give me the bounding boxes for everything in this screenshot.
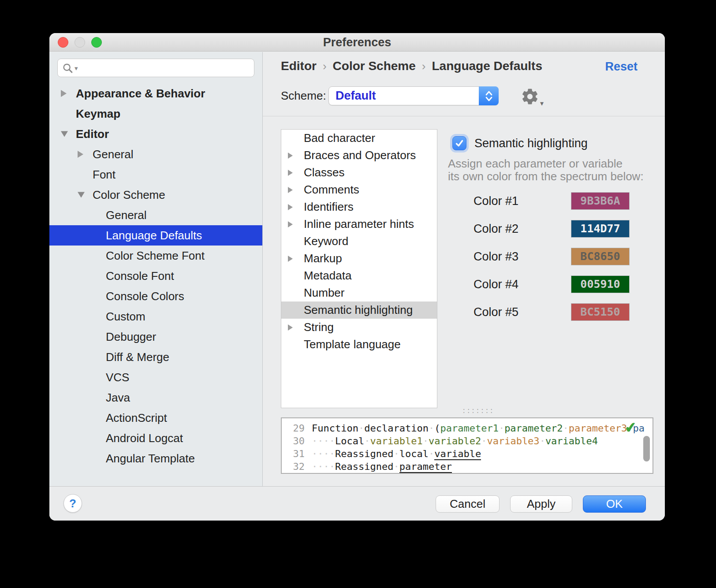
sidebar-item-language-defaults[interactable]: Language Defaults xyxy=(49,225,262,246)
option-item-number[interactable]: Number xyxy=(281,284,437,301)
ok-button[interactable]: OK xyxy=(583,495,646,513)
chevron-collapsed-icon[interactable] xyxy=(288,256,293,262)
scheme-label: Scheme: xyxy=(281,86,326,105)
chevron-collapsed-icon[interactable] xyxy=(288,324,293,331)
apply-button[interactable]: Apply xyxy=(510,495,572,513)
sidebar-item-label: Console Font xyxy=(106,269,174,283)
sidebar-item-debugger[interactable]: Debugger xyxy=(49,327,262,347)
scheme-value: Default xyxy=(336,87,376,105)
sidebar-item-label: Custom xyxy=(106,310,145,323)
chevron-collapsed-icon[interactable] xyxy=(61,90,67,97)
help-button[interactable]: ? xyxy=(63,494,82,513)
option-item-comments[interactable]: Comments xyxy=(281,181,437,198)
option-item-label: Braces and Operators xyxy=(304,149,416,162)
sidebar-item-label: Appearance & Behavior xyxy=(76,87,205,100)
dropdown-stepper-icon[interactable] xyxy=(479,86,499,105)
sidebar-item-color-scheme-font[interactable]: Color Scheme Font xyxy=(49,246,262,266)
sidebar-item-font[interactable]: Font xyxy=(49,164,262,185)
sidebar-item-label: Color Scheme Font xyxy=(106,249,205,262)
semantic-highlighting-checkbox[interactable] xyxy=(452,136,466,150)
option-item-template-language[interactable]: Template language xyxy=(281,336,437,353)
code-token: parameter1 xyxy=(440,423,498,434)
option-item-label: String xyxy=(304,320,334,334)
chevron-collapsed-icon[interactable] xyxy=(78,151,83,158)
color-label: Color #2 xyxy=(474,220,518,238)
minimize-button[interactable] xyxy=(75,37,85,48)
code-token: variable3 xyxy=(487,435,539,447)
code-token: · xyxy=(358,423,364,434)
sidebar-item-console-font[interactable]: Console Font xyxy=(49,266,262,286)
color-swatch[interactable]: BC5150 xyxy=(571,303,630,321)
sidebar-item-general[interactable]: General xyxy=(49,205,262,225)
code-token: variable xyxy=(434,448,481,460)
sidebar-item-general[interactable]: General xyxy=(49,144,262,164)
gear-caret-icon: ▾ xyxy=(540,99,544,108)
color-swatch[interactable]: 005910 xyxy=(571,275,630,293)
option-item-classes[interactable]: Classes xyxy=(281,164,437,181)
cancel-button[interactable]: Cancel xyxy=(436,495,500,513)
sidebar-item-editor[interactable]: Editor xyxy=(49,124,262,144)
gear-icon[interactable]: ▾ xyxy=(521,87,540,107)
sidebar-item-color-scheme[interactable]: Color Scheme xyxy=(49,185,262,205)
semantic-highlighting-label: Semantic highlighting xyxy=(474,137,588,150)
option-item-label: Keyword xyxy=(304,234,348,248)
option-item-braces-and-operators[interactable]: Braces and Operators xyxy=(281,147,437,164)
option-item-label: Comments xyxy=(304,183,359,196)
sidebar-item-diff-merge[interactable]: Diff & Merge xyxy=(49,347,262,367)
option-item-markup[interactable]: Markup xyxy=(281,250,437,267)
reset-link[interactable]: Reset xyxy=(605,60,638,74)
settings-tree: Appearance & BehaviorKeymapEditorGeneral… xyxy=(49,83,262,486)
splitter-handle[interactable]: ·············· xyxy=(462,408,482,414)
breadcrumb-item-language-defaults[interactable]: Language Defaults xyxy=(432,59,542,73)
chevron-collapsed-icon[interactable] xyxy=(288,204,293,210)
code-token: Reassigned xyxy=(335,448,393,459)
search-filter-caret-icon[interactable]: ▾ xyxy=(75,64,78,72)
option-item-label: Bad character xyxy=(304,131,375,145)
settings-sidebar: ▾ Appearance & BehaviorKeymapEditorGener… xyxy=(49,52,263,486)
sidebar-item-label: Android Logcat xyxy=(106,432,183,445)
color-label: Color #1 xyxy=(474,192,518,210)
close-button[interactable] xyxy=(58,37,68,48)
chevron-collapsed-icon[interactable] xyxy=(288,187,293,193)
chevron-collapsed-icon[interactable] xyxy=(288,153,293,159)
option-item-semantic-highlighting[interactable]: Semantic highlighting xyxy=(281,301,437,319)
sidebar-item-java[interactable]: Java xyxy=(49,387,262,408)
code-token: Reassigned xyxy=(335,461,393,472)
breadcrumb-item-color-scheme[interactable]: Color Scheme xyxy=(333,59,416,73)
color-swatch[interactable]: BC8650 xyxy=(571,248,630,265)
sidebar-item-actionscript[interactable]: ActionScript xyxy=(49,408,262,428)
sidebar-item-appearance-behavior[interactable]: Appearance & Behavior xyxy=(49,83,262,104)
option-item-label: Identifiers xyxy=(304,200,354,213)
option-item-string[interactable]: String xyxy=(281,319,437,336)
option-item-metadata[interactable]: Metadata xyxy=(281,267,437,284)
option-item-identifiers[interactable]: Identifiers xyxy=(281,198,437,216)
sidebar-item-angular-template[interactable]: Angular Template xyxy=(49,448,262,469)
sidebar-item-custom[interactable]: Custom xyxy=(49,306,262,327)
color-row-color-3: Color #3BC8650 xyxy=(445,248,653,265)
code-token: variable2 xyxy=(429,435,481,447)
option-item-bad-character[interactable]: Bad character xyxy=(281,130,437,147)
code-line: 29Function·declaration·(parameter1·param… xyxy=(282,422,653,435)
code-line: 30····Local·variable1·variable2·variable… xyxy=(282,435,653,447)
code-token: · xyxy=(429,448,434,459)
chevron-expanded-icon[interactable] xyxy=(61,131,68,137)
code-token: parameter2 xyxy=(504,423,563,434)
breadcrumb-item-editor[interactable]: Editor xyxy=(281,59,317,73)
color-swatch[interactable]: 114D77 xyxy=(571,220,630,238)
option-item-keyword[interactable]: Keyword xyxy=(281,233,437,250)
chevron-collapsed-icon[interactable] xyxy=(288,221,293,227)
sidebar-item-vcs[interactable]: VCS xyxy=(49,367,262,387)
sidebar-item-android-logcat[interactable]: Android Logcat xyxy=(49,428,262,448)
title-bar[interactable]: Preferences xyxy=(49,33,665,52)
scheme-dropdown[interactable]: Default xyxy=(328,86,499,105)
sidebar-item-console-colors[interactable]: Console Colors xyxy=(49,286,262,306)
color-swatch[interactable]: 9B3B6A xyxy=(571,192,630,210)
sidebar-item-keymap[interactable]: Keymap xyxy=(49,104,262,124)
search-input[interactable] xyxy=(57,59,254,77)
zoom-button[interactable] xyxy=(91,37,102,48)
chevron-collapsed-icon[interactable] xyxy=(288,170,293,176)
option-item-inline-parameter-hints[interactable]: Inline parameter hints xyxy=(281,216,437,233)
preview-scrollbar[interactable] xyxy=(643,436,650,461)
chevron-expanded-icon[interactable] xyxy=(78,192,85,198)
window-title: Preferences xyxy=(49,33,665,52)
